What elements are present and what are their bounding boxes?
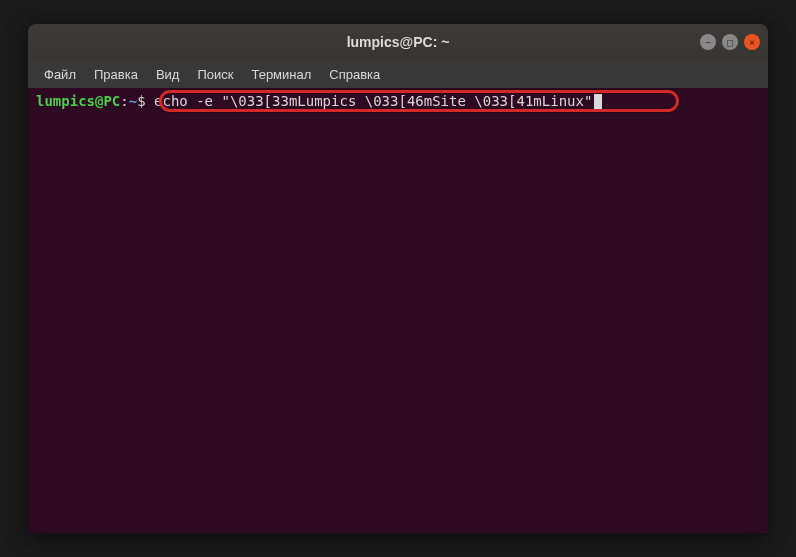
menu-terminal[interactable]: Терминал <box>243 63 319 86</box>
window-title: lumpics@PC: ~ <box>347 34 450 50</box>
minimize-button[interactable]: − <box>700 34 716 50</box>
close-icon: × <box>749 37 755 48</box>
maximize-button[interactable]: □ <box>722 34 738 50</box>
prompt-user-host: lumpics@PC <box>36 93 120 109</box>
menubar: Файл Правка Вид Поиск Терминал Справка <box>28 60 768 88</box>
close-button[interactable]: × <box>744 34 760 50</box>
maximize-icon: □ <box>727 37 733 48</box>
menu-edit[interactable]: Правка <box>86 63 146 86</box>
terminal-cursor <box>594 94 602 109</box>
menu-view[interactable]: Вид <box>148 63 188 86</box>
prompt-dollar: $ <box>137 93 145 109</box>
menu-help[interactable]: Справка <box>321 63 388 86</box>
window-controls: − □ × <box>700 34 760 50</box>
prompt-line: lumpics@PC:~$ echo -e "\033[33mLumpics \… <box>36 92 760 112</box>
terminal-body[interactable]: lumpics@PC:~$ echo -e "\033[33mLumpics \… <box>28 88 768 533</box>
menu-file[interactable]: Файл <box>36 63 84 86</box>
prompt-colon: : <box>120 93 128 109</box>
menu-search[interactable]: Поиск <box>189 63 241 86</box>
terminal-window: lumpics@PC: ~ − □ × Файл Правка Вид Поис… <box>28 24 768 533</box>
titlebar: lumpics@PC: ~ − □ × <box>28 24 768 60</box>
minimize-icon: − <box>705 37 711 48</box>
command-text: echo -e "\033[33mLumpics \033[46mSite \0… <box>154 93 592 109</box>
prompt-path: ~ <box>129 93 137 109</box>
